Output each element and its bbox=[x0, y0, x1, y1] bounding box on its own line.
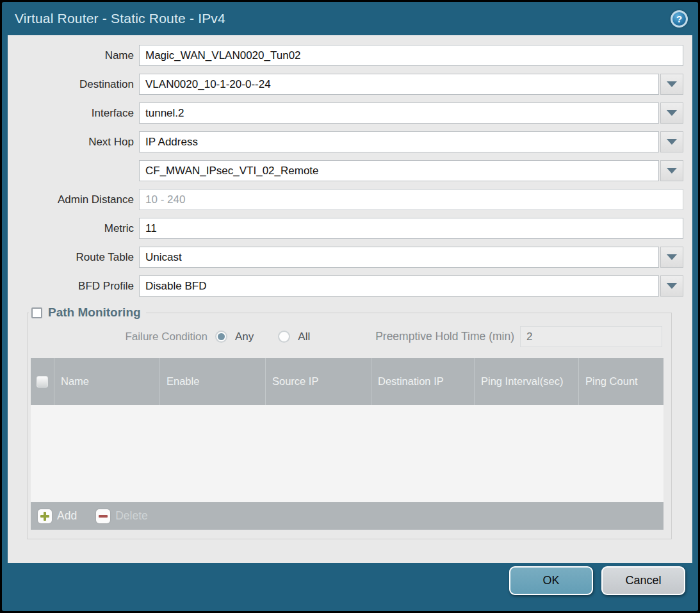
next-hop-type-dropdown-button[interactable] bbox=[660, 131, 683, 152]
radio-all-label: All bbox=[298, 331, 310, 343]
radio-all[interactable]: All bbox=[278, 331, 310, 343]
path-monitoring-section: Path Monitoring Failure Condition Any Al… bbox=[27, 306, 672, 539]
dialog-title: Virtual Router - Static Route - IPv4 bbox=[15, 11, 225, 26]
interface-input[interactable] bbox=[139, 102, 659, 124]
table-header-destination-ip: Destination IP bbox=[371, 358, 474, 405]
failure-condition-options: Any All bbox=[215, 331, 334, 343]
next-hop-address-input[interactable] bbox=[139, 160, 659, 181]
form-row-bfd-profile: BFD Profile bbox=[15, 275, 683, 297]
chevron-down-icon bbox=[667, 139, 677, 145]
bfd-profile-input[interactable] bbox=[139, 275, 659, 297]
table-header-row: Name Enable Source IP Destination IP Pin… bbox=[31, 358, 663, 405]
delete-minus-icon bbox=[96, 509, 110, 523]
path-monitoring-checkbox[interactable] bbox=[31, 307, 42, 318]
next-hop-type-input[interactable] bbox=[139, 131, 659, 152]
add-plus-icon bbox=[38, 509, 52, 523]
next-hop-address-dropdown-button[interactable] bbox=[660, 160, 683, 181]
add-button[interactable]: Add bbox=[38, 509, 77, 523]
path-monitoring-table: Name Enable Source IP Destination IP Pin… bbox=[31, 358, 663, 530]
static-route-dialog: Virtual Router - Static Route - IPv4 ? N… bbox=[0, 0, 700, 613]
admin-distance-label: Admin Distance bbox=[15, 193, 139, 206]
table-toolbar: Add Delete bbox=[31, 502, 663, 530]
form-row-next-hop-address bbox=[15, 160, 683, 181]
radio-any[interactable]: Any bbox=[215, 331, 254, 343]
form-row-admin-distance: Admin Distance bbox=[15, 189, 683, 210]
delete-button[interactable]: Delete bbox=[96, 509, 148, 523]
table-header-ping-count: Ping Count bbox=[578, 358, 663, 405]
table-header-enable: Enable bbox=[159, 358, 265, 405]
form-row-name: Name bbox=[15, 45, 683, 66]
delete-button-label: Delete bbox=[115, 509, 148, 523]
table-body-empty bbox=[31, 405, 663, 502]
help-glyph: ? bbox=[676, 13, 682, 24]
table-header-select-all bbox=[31, 358, 54, 405]
metric-input[interactable] bbox=[139, 218, 683, 239]
ok-button[interactable]: OK bbox=[509, 566, 593, 595]
destination-dropdown-button[interactable] bbox=[660, 74, 683, 95]
path-monitoring-legend: Path Monitoring bbox=[29, 306, 146, 320]
route-table-dropdown-button[interactable] bbox=[660, 247, 683, 268]
dialog-frame: Virtual Router - Static Route - IPv4 ? N… bbox=[2, 2, 698, 611]
chevron-down-icon bbox=[667, 81, 677, 87]
table-header-name: Name bbox=[54, 358, 159, 405]
preemptive-hold-time-label: Preemptive Hold Time (min) bbox=[375, 330, 520, 343]
chevron-down-icon bbox=[667, 110, 677, 116]
name-input[interactable] bbox=[139, 45, 683, 66]
help-icon[interactable]: ? bbox=[671, 10, 688, 28]
path-monitoring-title: Path Monitoring bbox=[48, 306, 141, 320]
table-header-source-ip: Source IP bbox=[265, 358, 371, 405]
add-button-label: Add bbox=[57, 509, 77, 523]
interface-label: Interface bbox=[15, 107, 139, 120]
radio-any-label: Any bbox=[235, 331, 254, 343]
metric-label: Metric bbox=[15, 222, 139, 235]
form-row-interface: Interface bbox=[15, 102, 683, 124]
chevron-down-icon bbox=[667, 254, 677, 260]
chevron-down-icon bbox=[667, 168, 677, 174]
radio-all-circle[interactable] bbox=[278, 331, 290, 343]
route-table-label: Route Table bbox=[15, 251, 139, 264]
route-table-input[interactable] bbox=[139, 247, 659, 268]
bfd-profile-label: BFD Profile bbox=[15, 280, 139, 293]
interface-dropdown-button[interactable] bbox=[660, 102, 683, 124]
cancel-button[interactable]: Cancel bbox=[601, 566, 685, 595]
form-row-route-table: Route Table bbox=[15, 247, 683, 268]
failure-condition-row: Failure Condition Any All Preemptive Hol… bbox=[28, 326, 662, 347]
form-row-destination: Destination bbox=[15, 74, 683, 95]
next-hop-label: Next Hop bbox=[15, 136, 139, 149]
form-row-metric: Metric bbox=[15, 218, 683, 239]
dialog-footer: OK Cancel bbox=[2, 563, 698, 611]
radio-any-circle[interactable] bbox=[215, 331, 227, 343]
table-header-ping-interval: Ping Interval(sec) bbox=[474, 358, 578, 405]
dialog-content: Name Destination Interface Next Hop bbox=[8, 35, 692, 563]
dialog-titlebar: Virtual Router - Static Route - IPv4 ? bbox=[2, 2, 698, 35]
admin-distance-input[interactable] bbox=[139, 189, 683, 210]
form-row-next-hop-type: Next Hop bbox=[15, 131, 683, 152]
destination-input[interactable] bbox=[139, 74, 659, 95]
preemptive-hold-time-input[interactable] bbox=[520, 326, 662, 347]
chevron-down-icon bbox=[667, 283, 677, 289]
bfd-profile-dropdown-button[interactable] bbox=[660, 275, 683, 297]
failure-condition-label: Failure Condition bbox=[28, 331, 215, 343]
name-label: Name bbox=[15, 49, 139, 62]
destination-label: Destination bbox=[15, 78, 139, 91]
select-all-checkbox[interactable] bbox=[37, 376, 48, 388]
